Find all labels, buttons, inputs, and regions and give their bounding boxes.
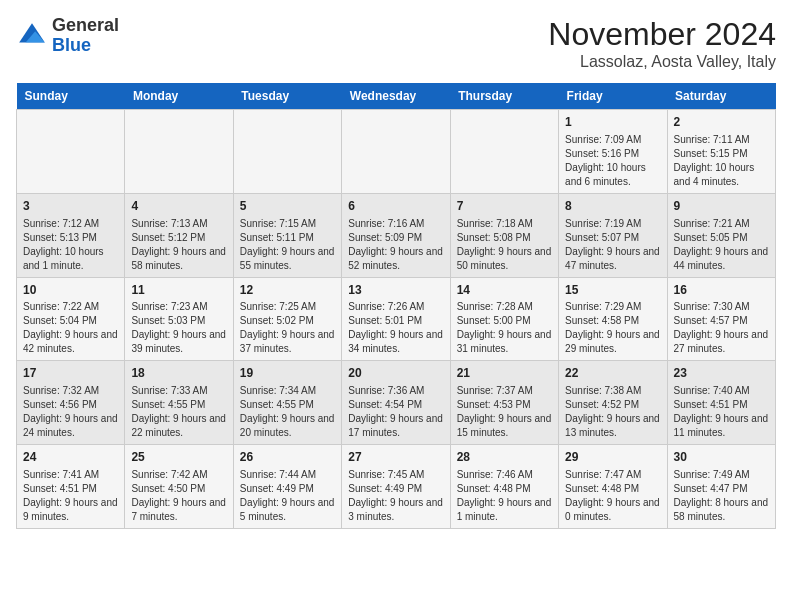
calendar-cell: 7Sunrise: 7:18 AM Sunset: 5:08 PM Daylig…: [450, 193, 558, 277]
day-info: Sunrise: 7:23 AM Sunset: 5:03 PM Dayligh…: [131, 300, 226, 356]
calendar-cell: 24Sunrise: 7:41 AM Sunset: 4:51 PM Dayli…: [17, 445, 125, 529]
day-info: Sunrise: 7:13 AM Sunset: 5:12 PM Dayligh…: [131, 217, 226, 273]
day-info: Sunrise: 7:47 AM Sunset: 4:48 PM Dayligh…: [565, 468, 660, 524]
calendar-cell: 16Sunrise: 7:30 AM Sunset: 4:57 PM Dayli…: [667, 277, 775, 361]
calendar-cell: 13Sunrise: 7:26 AM Sunset: 5:01 PM Dayli…: [342, 277, 450, 361]
day-number: 19: [240, 365, 335, 382]
day-number: 13: [348, 282, 443, 299]
calendar-cell: 5Sunrise: 7:15 AM Sunset: 5:11 PM Daylig…: [233, 193, 341, 277]
day-number: 30: [674, 449, 769, 466]
day-info: Sunrise: 7:21 AM Sunset: 5:05 PM Dayligh…: [674, 217, 769, 273]
calendar-cell: 26Sunrise: 7:44 AM Sunset: 4:49 PM Dayli…: [233, 445, 341, 529]
day-number: 2: [674, 114, 769, 131]
logo-icon: [16, 20, 48, 52]
day-header-friday: Friday: [559, 83, 667, 110]
day-number: 15: [565, 282, 660, 299]
day-number: 23: [674, 365, 769, 382]
day-number: 14: [457, 282, 552, 299]
day-info: Sunrise: 7:42 AM Sunset: 4:50 PM Dayligh…: [131, 468, 226, 524]
calendar-cell: [17, 110, 125, 194]
day-number: 25: [131, 449, 226, 466]
day-info: Sunrise: 7:49 AM Sunset: 4:47 PM Dayligh…: [674, 468, 769, 524]
day-info: Sunrise: 7:33 AM Sunset: 4:55 PM Dayligh…: [131, 384, 226, 440]
day-number: 24: [23, 449, 118, 466]
day-number: 8: [565, 198, 660, 215]
day-number: 11: [131, 282, 226, 299]
logo-text: General Blue: [52, 16, 119, 56]
calendar-cell: 11Sunrise: 7:23 AM Sunset: 5:03 PM Dayli…: [125, 277, 233, 361]
day-info: Sunrise: 7:46 AM Sunset: 4:48 PM Dayligh…: [457, 468, 552, 524]
day-info: Sunrise: 7:19 AM Sunset: 5:07 PM Dayligh…: [565, 217, 660, 273]
day-info: Sunrise: 7:44 AM Sunset: 4:49 PM Dayligh…: [240, 468, 335, 524]
calendar-cell: 17Sunrise: 7:32 AM Sunset: 4:56 PM Dayli…: [17, 361, 125, 445]
calendar-week-2: 3Sunrise: 7:12 AM Sunset: 5:13 PM Daylig…: [17, 193, 776, 277]
day-number: 26: [240, 449, 335, 466]
day-number: 5: [240, 198, 335, 215]
location: Lassolaz, Aosta Valley, Italy: [548, 53, 776, 71]
day-info: Sunrise: 7:26 AM Sunset: 5:01 PM Dayligh…: [348, 300, 443, 356]
calendar-cell: 22Sunrise: 7:38 AM Sunset: 4:52 PM Dayli…: [559, 361, 667, 445]
day-number: 18: [131, 365, 226, 382]
day-info: Sunrise: 7:16 AM Sunset: 5:09 PM Dayligh…: [348, 217, 443, 273]
calendar-cell: 10Sunrise: 7:22 AM Sunset: 5:04 PM Dayli…: [17, 277, 125, 361]
day-info: Sunrise: 7:28 AM Sunset: 5:00 PM Dayligh…: [457, 300, 552, 356]
day-header-tuesday: Tuesday: [233, 83, 341, 110]
day-info: Sunrise: 7:18 AM Sunset: 5:08 PM Dayligh…: [457, 217, 552, 273]
day-info: Sunrise: 7:37 AM Sunset: 4:53 PM Dayligh…: [457, 384, 552, 440]
calendar-cell: 15Sunrise: 7:29 AM Sunset: 4:58 PM Dayli…: [559, 277, 667, 361]
day-info: Sunrise: 7:09 AM Sunset: 5:16 PM Dayligh…: [565, 133, 660, 189]
day-info: Sunrise: 7:38 AM Sunset: 4:52 PM Dayligh…: [565, 384, 660, 440]
month-title: November 2024: [548, 16, 776, 53]
calendar-cell: [125, 110, 233, 194]
day-number: 3: [23, 198, 118, 215]
day-info: Sunrise: 7:36 AM Sunset: 4:54 PM Dayligh…: [348, 384, 443, 440]
calendar-cell: 8Sunrise: 7:19 AM Sunset: 5:07 PM Daylig…: [559, 193, 667, 277]
day-header-monday: Monday: [125, 83, 233, 110]
day-number: 6: [348, 198, 443, 215]
day-info: Sunrise: 7:41 AM Sunset: 4:51 PM Dayligh…: [23, 468, 118, 524]
calendar-cell: 19Sunrise: 7:34 AM Sunset: 4:55 PM Dayli…: [233, 361, 341, 445]
day-info: Sunrise: 7:45 AM Sunset: 4:49 PM Dayligh…: [348, 468, 443, 524]
calendar-week-3: 10Sunrise: 7:22 AM Sunset: 5:04 PM Dayli…: [17, 277, 776, 361]
day-info: Sunrise: 7:32 AM Sunset: 4:56 PM Dayligh…: [23, 384, 118, 440]
day-number: 10: [23, 282, 118, 299]
day-number: 21: [457, 365, 552, 382]
calendar-cell: 6Sunrise: 7:16 AM Sunset: 5:09 PM Daylig…: [342, 193, 450, 277]
day-info: Sunrise: 7:11 AM Sunset: 5:15 PM Dayligh…: [674, 133, 769, 189]
calendar-cell: [450, 110, 558, 194]
day-header-thursday: Thursday: [450, 83, 558, 110]
day-number: 1: [565, 114, 660, 131]
day-header-wednesday: Wednesday: [342, 83, 450, 110]
day-info: Sunrise: 7:30 AM Sunset: 4:57 PM Dayligh…: [674, 300, 769, 356]
calendar-cell: 27Sunrise: 7:45 AM Sunset: 4:49 PM Dayli…: [342, 445, 450, 529]
day-number: 12: [240, 282, 335, 299]
day-number: 22: [565, 365, 660, 382]
day-number: 20: [348, 365, 443, 382]
calendar-table: SundayMondayTuesdayWednesdayThursdayFrid…: [16, 83, 776, 529]
calendar-cell: 14Sunrise: 7:28 AM Sunset: 5:00 PM Dayli…: [450, 277, 558, 361]
calendar-cell: 28Sunrise: 7:46 AM Sunset: 4:48 PM Dayli…: [450, 445, 558, 529]
day-number: 16: [674, 282, 769, 299]
day-number: 9: [674, 198, 769, 215]
day-number: 17: [23, 365, 118, 382]
calendar-cell: 21Sunrise: 7:37 AM Sunset: 4:53 PM Dayli…: [450, 361, 558, 445]
day-header-saturday: Saturday: [667, 83, 775, 110]
calendar-cell: 18Sunrise: 7:33 AM Sunset: 4:55 PM Dayli…: [125, 361, 233, 445]
day-number: 29: [565, 449, 660, 466]
calendar-cell: 2Sunrise: 7:11 AM Sunset: 5:15 PM Daylig…: [667, 110, 775, 194]
day-info: Sunrise: 7:12 AM Sunset: 5:13 PM Dayligh…: [23, 217, 118, 273]
title-area: November 2024 Lassolaz, Aosta Valley, It…: [548, 16, 776, 71]
calendar-week-1: 1Sunrise: 7:09 AM Sunset: 5:16 PM Daylig…: [17, 110, 776, 194]
day-number: 4: [131, 198, 226, 215]
calendar-cell: 3Sunrise: 7:12 AM Sunset: 5:13 PM Daylig…: [17, 193, 125, 277]
calendar-week-4: 17Sunrise: 7:32 AM Sunset: 4:56 PM Dayli…: [17, 361, 776, 445]
day-info: Sunrise: 7:22 AM Sunset: 5:04 PM Dayligh…: [23, 300, 118, 356]
calendar-header: SundayMondayTuesdayWednesdayThursdayFrid…: [17, 83, 776, 110]
calendar-week-5: 24Sunrise: 7:41 AM Sunset: 4:51 PM Dayli…: [17, 445, 776, 529]
calendar-cell: 9Sunrise: 7:21 AM Sunset: 5:05 PM Daylig…: [667, 193, 775, 277]
day-info: Sunrise: 7:15 AM Sunset: 5:11 PM Dayligh…: [240, 217, 335, 273]
calendar-cell: 29Sunrise: 7:47 AM Sunset: 4:48 PM Dayli…: [559, 445, 667, 529]
day-info: Sunrise: 7:29 AM Sunset: 4:58 PM Dayligh…: [565, 300, 660, 356]
calendar-cell: 23Sunrise: 7:40 AM Sunset: 4:51 PM Dayli…: [667, 361, 775, 445]
header-row: SundayMondayTuesdayWednesdayThursdayFrid…: [17, 83, 776, 110]
